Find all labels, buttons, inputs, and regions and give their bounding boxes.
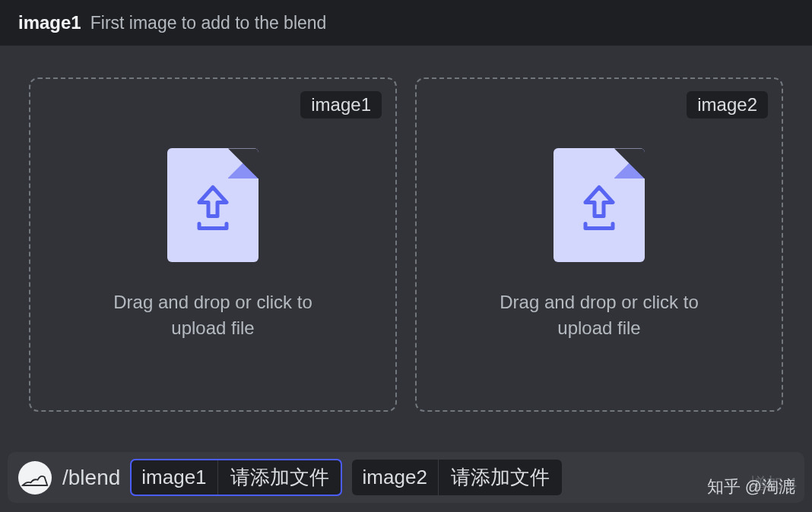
dropzone-label: image2 [687,91,768,119]
param-chip-value: 请添加文件 [438,460,562,495]
command-input-bar[interactable]: /blend image1 请添加文件 image2 请添加文件 [8,452,804,503]
bot-avatar [18,461,52,495]
dropzone-text: Drag and drop or click to upload file [477,289,721,340]
dropzone-container: image1 Drag and drop or click to upload … [0,46,812,430]
param-chip-image1[interactable]: image1 请添加文件 [131,460,341,495]
upload-file-icon [553,148,645,262]
param-header: image1 First image to add to the blend [0,0,812,46]
dropzone-image2[interactable]: image2 Drag and drop or click to upload … [415,77,783,412]
dropzone-image1[interactable]: image1 Drag and drop or click to upload … [29,77,397,412]
param-name-header: image1 [18,12,81,33]
param-chip-image2[interactable]: image2 请添加文件 [352,460,562,495]
upload-file-icon [167,148,259,262]
param-chip-name: image1 [131,460,217,495]
param-chip-name: image2 [352,460,438,495]
dropzone-label: image1 [300,91,382,119]
param-description: First image to add to the blend [90,13,327,33]
dropzone-text: Drag and drop or click to upload file [91,289,335,340]
param-chip-value: 请添加文件 [217,460,341,495]
command-name: /blend [62,466,120,490]
